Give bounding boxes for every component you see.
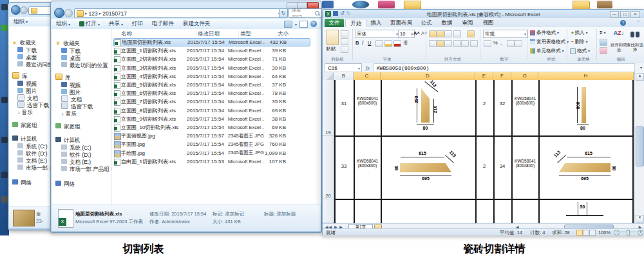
fill-color-icon[interactable] [384, 40, 392, 47]
column-name[interactable]: 名称 [112, 30, 196, 38]
formula-input[interactable]: KWB58058(800x800) [374, 63, 635, 72]
sidebar-homegroup[interactable]: 家庭组 [55, 119, 80, 131]
col-header-g[interactable]: G [511, 72, 538, 80]
back-button[interactable] [11, 5, 21, 15]
view-break-icon[interactable] [589, 230, 596, 235]
align-bottom-icon[interactable] [444, 30, 452, 37]
new-folder-button[interactable]: 新建文件夹 [178, 19, 215, 29]
cell-c20[interactable]: KWD58041(800x800) [355, 159, 380, 168]
col-header-h[interactable]: H [538, 72, 634, 80]
file-row[interactable]: 立面图_2切割砖列表.xls 2015/7/17 15:54 Microsoft… [113, 55, 310, 63]
minimize-button[interactable]: — [610, 11, 619, 18]
details-title[interactable]: 标题: 添加标题 [264, 211, 296, 217]
col-header-f[interactable]: F [493, 72, 511, 80]
excel-window[interactable]: X ↺ ↻ 地面层切割砖列表.xls [兼容模式] - Microsoft Ex… [322, 9, 644, 235]
cell-g20[interactable]: KWD58041(800x800) [513, 159, 538, 168]
desktop-icon[interactable] [1, 25, 8, 31]
desktop-icon[interactable] [352, 1, 369, 8]
sidebar-item[interactable]: 市场一部 产品组 (专用) [17, 161, 53, 172]
desktop-icon[interactable] [322, 1, 334, 8]
cell-f19[interactable]: 32 [493, 101, 511, 107]
scroll-up-icon[interactable]: ▲ [636, 73, 644, 81]
file-row[interactable]: 立面图_1切割砖列表.xls 2015/7/17 15:54 Microsoft… [113, 46, 310, 55]
expand-formula-bar-icon[interactable]: ▾ [640, 65, 642, 70]
format-painter-icon[interactable] [341, 46, 348, 53]
file-row[interactable]: 立面图_5切割砖列表.xls 2015/7/17 15:54 Microsoft… [113, 81, 310, 89]
format-as-table-button[interactable]: 套用表格格式 ▾ [530, 39, 569, 45]
folder-icon[interactable] [404, 1, 421, 10]
find-select-button[interactable]: 查找和选择 [625, 43, 644, 52]
col-header-d[interactable]: D [381, 72, 475, 80]
col-header-b[interactable]: B [334, 72, 354, 80]
file-row[interactable]: 手绘图.jpg 2015/7/17 15:54 2345看图王 JPG ... … [113, 148, 310, 157]
align-top-icon[interactable] [429, 30, 437, 37]
help-icon[interactable]: ? [310, 21, 317, 27]
desktop-icon[interactable] [1, 196, 8, 203]
zoom-slider-thumb[interactable] [627, 230, 630, 235]
merge-center-icon[interactable] [470, 40, 478, 47]
file-row[interactable]: 平面俯视图.jpg 2015/7/17 15:57 2345看图王 JPG ..… [113, 132, 310, 140]
tab-formulas[interactable]: 公式 [416, 19, 437, 27]
scroll-down-icon[interactable]: ▼ [636, 215, 644, 223]
insert-cells-button[interactable]: ＋插入 ▾ [570, 30, 588, 36]
file-row[interactable]: 自由面_1切割砖列表.xls 2015/7/17 15:53 Microsoft… [113, 157, 310, 166]
name-box[interactable]: C16▾ [325, 63, 362, 72]
italic-button[interactable]: I [362, 40, 364, 46]
format-cells-button[interactable]: 格式 ▾ [570, 48, 590, 54]
back-button[interactable] [54, 8, 64, 18]
phonetic-icon[interactable]: 变 [403, 40, 408, 46]
preview-pane-button[interactable] [299, 21, 308, 28]
conditional-format-button[interactable]: 条件格式 ▾ [530, 30, 559, 36]
cell-styles-button[interactable]: 单元格样式 ▾ [530, 48, 564, 54]
sidebar-network[interactable]: 网络 [12, 175, 32, 187]
close-button[interactable]: × [630, 11, 640, 18]
select-all-corner[interactable] [323, 72, 334, 80]
increase-indent-icon[interactable] [461, 40, 469, 47]
tab-page-layout[interactable]: 页面布局 [386, 19, 416, 27]
percent-icon[interactable]: % [493, 40, 498, 46]
cell-c19[interactable]: KWD58041(800x800) [355, 96, 380, 106]
tab-data[interactable]: 数据 [437, 19, 457, 27]
underline-button[interactable]: U [368, 40, 371, 46]
share-button[interactable]: 共享▾ [104, 19, 128, 29]
desktop-icon[interactable] [1, 137, 8, 143]
orientation-icon[interactable] [453, 30, 461, 37]
address-bar[interactable]: ▸ 123 ▸ 20150717 ▾ [74, 8, 283, 18]
print-button[interactable]: 打印 [128, 19, 147, 29]
align-left-icon[interactable] [429, 40, 437, 47]
zoom-level[interactable]: 100% [598, 230, 611, 235]
tab-file[interactable]: 文件 [325, 19, 344, 27]
zoom-in-icon[interactable]: + [638, 230, 643, 235]
file-row[interactable]: 立面图_6切割砖列表.xls 2015/7/17 15:54 Microsoft… [113, 89, 310, 97]
sheet-grid[interactable]: 19 20 31 KWD58041(800x800) 2 32 KWD58041… [323, 80, 634, 223]
delete-cells-button[interactable]: －删除 ▾ [570, 39, 588, 45]
font-color-icon[interactable] [393, 40, 401, 47]
views-button[interactable] [284, 21, 292, 28]
col-header-c[interactable]: C [354, 72, 381, 80]
font-size-select[interactable]: 10▾ [398, 30, 415, 38]
bold-button[interactable]: B [355, 40, 359, 46]
list-scrollbar[interactable] [316, 29, 320, 205]
details-tags[interactable]: 标记: 添加标记 [213, 211, 244, 217]
align-middle-icon[interactable] [437, 30, 444, 37]
cell-g19[interactable]: KWD58041(800x800) [513, 96, 538, 106]
decrease-decimal-icon[interactable] [515, 40, 522, 47]
file-row[interactable]: 立面图_9切割砖列表.xls 2015/7/17 15:54 Microsoft… [113, 115, 310, 123]
zoom-out-icon[interactable]: − [614, 230, 620, 235]
background-explorer-window[interactable]: 组织▾ ★ 收藏夹 下载 桌面 最近访问的位置 库 视频 图片 文档 迅雷下载 … [8, 2, 54, 230]
folder-icon[interactable] [573, 1, 590, 10]
sidebar-item-share[interactable]: 市场一部 产品组 (专用) [61, 162, 112, 174]
desktop-icon[interactable] [1, 4, 8, 10]
tab-home[interactable]: 开始 [345, 19, 367, 28]
comma-icon[interactable]: , [500, 40, 502, 46]
grow-font-icon[interactable]: A˄ [413, 30, 420, 36]
desktop-icon[interactable] [597, 1, 612, 8]
forward-button[interactable] [20, 6, 28, 14]
decrease-indent-icon[interactable] [453, 40, 461, 47]
view-normal-icon[interactable] [576, 230, 583, 235]
file-row[interactable]: 平面图.jpg 2015/7/17 15:54 2345看图王 JPG ... … [113, 140, 310, 148]
paste-button[interactable]: 粘贴 [326, 46, 336, 52]
explorer-window[interactable]: ▸ 123 ▸ 20150717 ▾ ↻ 搜索 2015... 组织▾ 打开▾ … [50, 1, 322, 233]
minimize-ribbon-icon[interactable]: ⌃ [636, 20, 640, 25]
file-row[interactable]: 立面图_8切割砖列表.xls 2015/7/17 15:54 Microsoft… [113, 106, 310, 115]
